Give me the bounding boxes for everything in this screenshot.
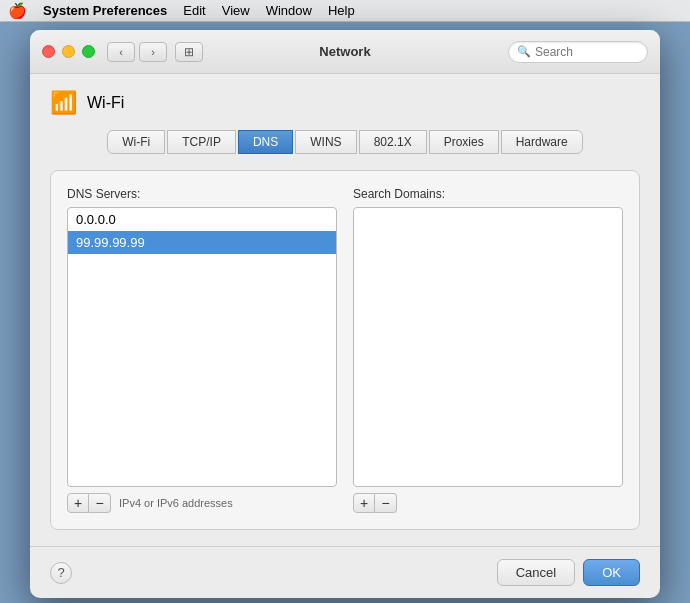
dns-panel: DNS Servers: 0.0.0.0 99.99.99.99 + − IPv… [50,170,640,530]
tab-wins[interactable]: WINS [295,130,356,154]
menubar: 🍎 System Preferences Edit View Window He… [0,0,690,22]
search-domains-label: Search Domains: [353,187,623,201]
dns-servers-controls: + − IPv4 or IPv6 addresses [67,493,337,513]
titlebar: ‹ › ⊞ Network 🔍 [30,30,660,74]
search-domains-controls: + − [353,493,623,513]
search-input[interactable] [535,45,639,59]
grid-button[interactable]: ⊞ [175,42,203,62]
apple-menu[interactable]: 🍎 [8,2,27,20]
back-button[interactable]: ‹ [107,42,135,62]
content-area: 📶 Wi-Fi Wi-Fi TCP/IP DNS WINS 802.1X Pro… [30,74,660,546]
wifi-label: Wi-Fi [87,94,124,112]
traffic-lights [42,45,95,58]
panel-columns: DNS Servers: 0.0.0.0 99.99.99.99 + − IPv… [67,187,623,513]
maximize-button[interactable] [82,45,95,58]
help-button[interactable]: ? [50,562,72,584]
dns-remove-button[interactable]: − [89,493,111,513]
dns-add-button[interactable]: + [67,493,89,513]
domains-add-button[interactable]: + [353,493,375,513]
network-window: ‹ › ⊞ Network 🔍 📶 Wi-Fi Wi-Fi TCP/IP DNS… [30,30,660,598]
tab-dns[interactable]: DNS [238,130,293,154]
ok-button[interactable]: OK [583,559,640,586]
menubar-window[interactable]: Window [266,3,312,18]
tab-bar: Wi-Fi TCP/IP DNS WINS 802.1X Proxies Har… [50,130,640,154]
dns-entry-1[interactable]: 99.99.99.99 [68,231,336,254]
dns-servers-col: DNS Servers: 0.0.0.0 99.99.99.99 + − IPv… [67,187,337,513]
tab-8021x[interactable]: 802.1X [359,130,427,154]
search-icon: 🔍 [517,45,531,58]
search-domains-col: Search Domains: + − [353,187,623,513]
menubar-help[interactable]: Help [328,3,355,18]
search-domains-list[interactable] [353,207,623,487]
menubar-view[interactable]: View [222,3,250,18]
dns-servers-label: DNS Servers: [67,187,337,201]
menubar-edit[interactable]: Edit [183,3,205,18]
close-button[interactable] [42,45,55,58]
wifi-icon: 📶 [50,90,77,116]
dns-entry-0[interactable]: 0.0.0.0 [68,208,336,231]
tab-wifi[interactable]: Wi-Fi [107,130,165,154]
nav-buttons: ‹ › [107,42,167,62]
window-title: Network [319,44,370,59]
domains-remove-button[interactable]: − [375,493,397,513]
bottom-actions: Cancel OK [497,559,640,586]
forward-button[interactable]: › [139,42,167,62]
tab-proxies[interactable]: Proxies [429,130,499,154]
search-box[interactable]: 🔍 [508,41,648,63]
tab-hardware[interactable]: Hardware [501,130,583,154]
cancel-button[interactable]: Cancel [497,559,575,586]
tab-tcpip[interactable]: TCP/IP [167,130,236,154]
dns-hint: IPv4 or IPv6 addresses [119,497,233,509]
wifi-header: 📶 Wi-Fi [50,90,640,116]
dns-servers-list[interactable]: 0.0.0.0 99.99.99.99 [67,207,337,487]
menubar-system-preferences[interactable]: System Preferences [43,3,167,18]
bottom-bar: ? Cancel OK [30,546,660,598]
minimize-button[interactable] [62,45,75,58]
